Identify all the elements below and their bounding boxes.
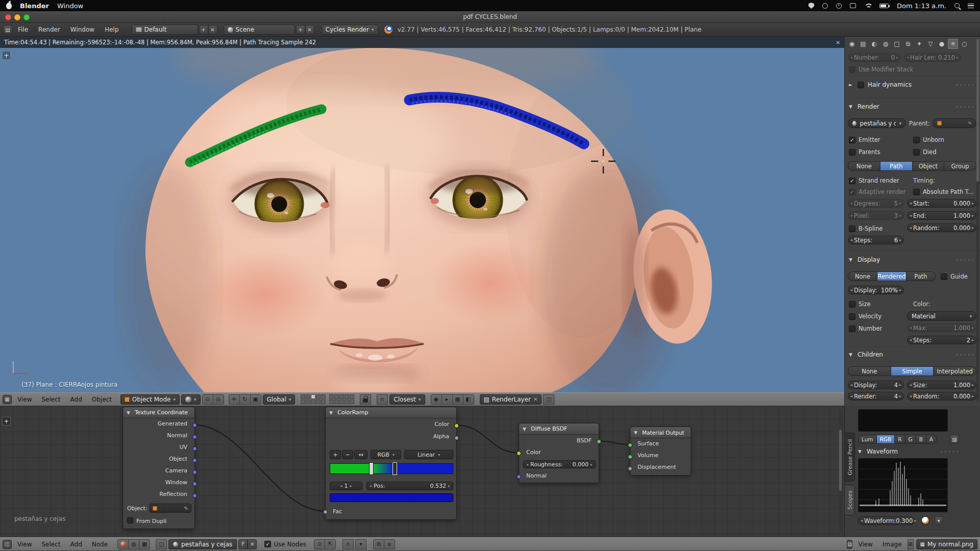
battery-icon[interactable] bbox=[879, 2, 889, 10]
scene-delete-button[interactable]: ✕ bbox=[305, 25, 314, 34]
display-path[interactable]: Path bbox=[906, 271, 936, 281]
checkbox-box[interactable] bbox=[849, 66, 855, 73]
wifi-icon[interactable] bbox=[864, 2, 871, 10]
ie-menu-view[interactable]: View bbox=[854, 540, 876, 549]
waveform-opacity-slider[interactable]: Waveform: 0.300 bbox=[858, 516, 915, 525]
transform-orientation-selector[interactable]: Global ▾ bbox=[263, 394, 296, 405]
render-type-none[interactable]: None bbox=[848, 161, 880, 171]
sample-line-icon[interactable]: ▨ bbox=[950, 435, 959, 444]
stop-color-swatch[interactable] bbox=[330, 493, 453, 502]
socket-fac-in[interactable] bbox=[323, 510, 328, 514]
node-collapse-icon[interactable] bbox=[329, 410, 334, 415]
channel-lum[interactable]: Lum bbox=[858, 435, 877, 444]
node-diffuse-bsdf[interactable]: Diffuse BSDF BSDF Color Roughness: 0.000… bbox=[519, 423, 599, 483]
socket-color-out[interactable] bbox=[454, 423, 459, 428]
guide-checkbox[interactable]: Guide bbox=[941, 272, 968, 281]
ramp-stop-marker-selected[interactable] bbox=[393, 462, 397, 475]
spotlight-icon[interactable] bbox=[954, 2, 960, 10]
size-checkbox[interactable]: Size bbox=[849, 300, 871, 308]
unlink-icon[interactable]: ✕ bbox=[533, 396, 537, 402]
notification-center-icon[interactable] bbox=[968, 2, 974, 10]
degrees-field[interactable]: Degrees: 5 bbox=[848, 199, 904, 208]
hair-dynamics-panel-header[interactable]: Hair dynamics bbox=[849, 81, 975, 89]
children-display-field[interactable]: Display: 4 bbox=[848, 381, 904, 389]
menubar-clock[interactable]: Dom 1:13 a.m. bbox=[897, 2, 946, 10]
panel-open-icon[interactable] bbox=[849, 257, 854, 262]
flip-ramp-button[interactable]: ↔ bbox=[354, 450, 368, 459]
use-nodes-checkbox[interactable]: Use Nodes bbox=[264, 541, 306, 548]
particles-tab-icon[interactable]: ✳ bbox=[948, 39, 958, 49]
ne-menu-view[interactable]: View bbox=[13, 540, 36, 549]
delete-stop-button[interactable]: − bbox=[342, 450, 353, 459]
node-header[interactable]: Texture Coordinate bbox=[123, 407, 194, 418]
ne-menu-node[interactable]: Node bbox=[88, 540, 112, 549]
panel-grip[interactable] bbox=[955, 352, 976, 358]
channel-rgb[interactable]: RGB bbox=[877, 435, 895, 444]
scale-manipulator-icon[interactable]: ▣ bbox=[250, 394, 261, 405]
socket-color-in[interactable] bbox=[517, 451, 521, 456]
paste-nodes-icon[interactable]: ⧈ bbox=[384, 539, 395, 549]
toolbar-expand-button[interactable]: + bbox=[2, 51, 11, 60]
panel-open-icon[interactable] bbox=[849, 104, 854, 109]
mode-selector[interactable]: Object Mode ▾ bbox=[120, 394, 180, 405]
render-tab-icon[interactable]: ◉ bbox=[847, 39, 857, 49]
waveform-mode-stepper[interactable]: ▾ bbox=[935, 516, 943, 524]
number-checkbox[interactable]: Number bbox=[849, 324, 882, 333]
render-layer-selector[interactable]: ▤ RenderLayer ✕ bbox=[480, 394, 542, 405]
screen-layout-selector[interactable]: Default bbox=[132, 24, 198, 35]
display-steps-field[interactable]: Steps: 2 bbox=[907, 336, 976, 344]
render-material-selector[interactable]: pestañas y c... ▾ bbox=[848, 118, 906, 128]
zoom-window-button[interactable] bbox=[23, 14, 30, 20]
node-texture-coordinate[interactable]: Texture Coordinate Generated Normal UV O… bbox=[122, 407, 195, 529]
socket-camera[interactable] bbox=[192, 470, 197, 474]
socket-window[interactable] bbox=[192, 482, 197, 486]
stop-position-slider[interactable]: Pos: 0.532 bbox=[366, 482, 453, 490]
node-collapse-icon[interactable] bbox=[523, 427, 528, 432]
socket-alpha-out[interactable] bbox=[454, 436, 459, 440]
ramp-stop-marker[interactable] bbox=[369, 462, 374, 475]
channel-a[interactable]: A bbox=[926, 435, 937, 444]
start-field[interactable]: Start: 0.000 bbox=[907, 199, 976, 208]
waveform-mode-color-swatch[interactable] bbox=[921, 516, 929, 524]
menu-render[interactable]: Render bbox=[34, 25, 65, 34]
image-name-field[interactable]: ▦ My normal.png bbox=[916, 539, 977, 549]
properties-scrollbar[interactable] bbox=[976, 39, 979, 402]
socket-surface-in[interactable] bbox=[628, 443, 632, 447]
panel-open-icon[interactable] bbox=[849, 352, 854, 357]
render-type-group[interactable]: Group bbox=[944, 161, 976, 171]
menu-window[interactable]: Window bbox=[57, 2, 83, 10]
minimize-window-button[interactable] bbox=[14, 14, 20, 20]
node-editor[interactable]: Texture Coordinate Generated Normal UV O… bbox=[0, 406, 844, 537]
max-field[interactable]: Max: 1.000 bbox=[907, 323, 976, 332]
texture-tree-icon[interactable]: ▦ bbox=[139, 539, 150, 549]
snap-magnet-icon[interactable]: ∩ bbox=[377, 394, 388, 405]
children-interpolated[interactable]: Interpolated bbox=[934, 366, 976, 376]
node-header[interactable]: Material Output bbox=[630, 427, 691, 438]
material-tab-icon[interactable]: ● bbox=[937, 39, 947, 49]
cancel-render-icon[interactable]: ✕ bbox=[836, 40, 840, 45]
opengl-anim-icon[interactable]: ▸ bbox=[442, 394, 453, 405]
rotate-manipulator-icon[interactable]: ↻ bbox=[239, 394, 251, 405]
children-random-field[interactable]: Random: 0.000 bbox=[907, 392, 976, 400]
channel-r[interactable]: R bbox=[895, 435, 905, 444]
panel-open-icon[interactable] bbox=[858, 449, 863, 454]
display-rendered[interactable]: Rendered bbox=[877, 271, 906, 281]
end-field[interactable]: End: 1.000 bbox=[907, 211, 976, 220]
copy-nodes-icon[interactable]: ⧉ bbox=[373, 539, 384, 549]
scene-selector[interactable]: Scene bbox=[224, 24, 295, 35]
display-percent-field[interactable]: Display: 100% bbox=[848, 286, 904, 294]
died-checkbox[interactable]: Died bbox=[913, 148, 936, 156]
render-layers-tab-icon[interactable]: ▤ bbox=[858, 39, 868, 49]
menu-help[interactable]: Help bbox=[100, 25, 123, 34]
color-source-selector[interactable]: Material ▾ bbox=[907, 311, 976, 321]
ne-menu-select[interactable]: Select bbox=[37, 540, 64, 549]
render-engine-selector[interactable]: Cycles Render ▾ bbox=[322, 24, 378, 35]
render-preview-icon[interactable]: ▦ bbox=[452, 394, 463, 405]
parents-checkbox[interactable]: Parents bbox=[849, 148, 880, 156]
children-size-field[interactable]: Size: 1.000 bbox=[907, 381, 976, 389]
shader-tree-icon[interactable] bbox=[117, 539, 129, 549]
translate-manipulator-icon[interactable]: ✛ bbox=[229, 394, 240, 405]
node-colorramp[interactable]: ColorRamp Color Alpha + − ↔ RGB Linear 1… bbox=[325, 407, 457, 520]
window-titlebar[interactable]: pdf CYCLES.blend bbox=[0, 11, 980, 23]
socket-normal-in[interactable] bbox=[517, 474, 521, 479]
